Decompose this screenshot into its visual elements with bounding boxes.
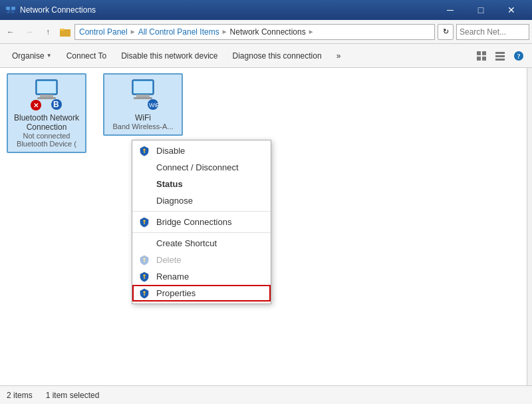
ctx-separator-2 [132, 232, 271, 233]
ctx-diagnose[interactable]: Diagnose [132, 192, 271, 209]
bluetooth-network-name: Bluetooth Network Connection [12, 113, 81, 132]
breadcrumb: Control Panel ► All Control Panel Items … [74, 24, 435, 40]
shield-icon-disable [138, 144, 151, 158]
toolbar-right: ? [473, 48, 527, 64]
svg-text:WiFi: WiFi [149, 102, 159, 108]
svg-rect-22 [40, 95, 53, 97]
ctx-rename-label: Rename [156, 272, 189, 282]
svg-rect-6 [9, 11, 12, 11]
breadcrumb-network-connections: Network Connections [230, 27, 306, 37]
shield-icon-bridge [138, 216, 151, 229]
ctx-status[interactable]: Status [132, 176, 271, 192]
wifi-network-name: WiFi [135, 113, 151, 122]
ctx-shortcut-label: Create Shortcut [156, 238, 217, 248]
svg-rect-2 [8, 10, 9, 12]
ctx-status-label: Status [156, 179, 183, 189]
ctx-disable-label: Disable [156, 146, 185, 156]
shield-icon-delete [138, 254, 151, 267]
scrollbar[interactable] [527, 68, 532, 385]
organise-button[interactable]: Organise ▼ [5, 47, 59, 65]
title-bar-icon [5, 5, 16, 15]
ctx-bridge-label: Bridge Connections [156, 217, 231, 227]
svg-rect-3 [13, 10, 14, 12]
bluetooth-icon-container: B ✕ [31, 79, 63, 110]
back-button[interactable]: ← [3, 24, 19, 40]
search-input[interactable] [460, 27, 532, 37]
bluetooth-status: Not connected [23, 132, 70, 140]
more-button[interactable]: » [330, 47, 348, 65]
wifi-icon-container: WiFi [127, 79, 159, 110]
ctx-properties[interactable]: Properties [132, 285, 271, 302]
diagnose-button[interactable]: Diagnose this connection [226, 47, 329, 65]
view-toggle-button[interactable] [492, 48, 508, 64]
ctx-diagnose-label: Diagnose [156, 196, 193, 206]
connect-to-button[interactable]: Connect To [60, 47, 114, 65]
svg-rect-4 [7, 12, 10, 13]
disable-device-button[interactable]: Disable this network device [114, 47, 224, 65]
breadcrumb-control-panel[interactable]: Control Panel [79, 27, 128, 37]
svg-text:B: B [53, 100, 59, 109]
status-bar: 2 items 1 item selected [0, 385, 532, 404]
ctx-delete: Delete [132, 252, 271, 268]
svg-rect-1 [11, 7, 15, 10]
svg-rect-16 [495, 55, 505, 57]
ctx-properties-label: Properties [156, 288, 196, 298]
shield-icon-properties [138, 287, 151, 300]
ctx-delete-label: Delete [156, 255, 182, 265]
wifi-network-item[interactable]: WiFi WiFi Band Wireless-A... [103, 73, 183, 136]
content-area: B ✕ Bluetooth Network Connection Not con… [0, 68, 532, 385]
svg-rect-14 [482, 57, 486, 61]
svg-rect-12 [482, 51, 486, 55]
svg-rect-17 [495, 59, 505, 61]
up-button[interactable]: ↑ [40, 24, 56, 40]
view-options-button[interactable] [473, 48, 489, 64]
error-badge: ✕ [31, 100, 41, 110]
ctx-rename[interactable]: Rename [132, 268, 271, 285]
ctx-disable[interactable]: Disable [132, 142, 271, 159]
search-box [456, 24, 529, 40]
svg-rect-13 [477, 57, 481, 61]
svg-rect-28 [136, 95, 150, 97]
ctx-connect-disconnect[interactable]: Connect / Disconnect [132, 159, 271, 176]
bluetooth-network-item[interactable]: B ✕ Bluetooth Network Connection Not con… [7, 73, 86, 153]
ctx-create-shortcut[interactable]: Create Shortcut [132, 235, 271, 252]
svg-text:?: ? [517, 53, 521, 60]
maximize-button[interactable]: □ [466, 0, 496, 20]
shield-icon-rename [138, 270, 151, 284]
svg-rect-0 [6, 7, 10, 10]
ctx-bridge-connections[interactable]: Bridge Connections [132, 214, 271, 230]
refresh-button[interactable]: ↻ [438, 24, 454, 40]
address-bar: ← → ↑ Control Panel ► All Control Panel … [0, 20, 532, 44]
svg-rect-5 [11, 12, 15, 13]
status-items-count: 2 items [7, 391, 33, 400]
minimize-button[interactable]: ─ [435, 0, 466, 20]
title-bar-title: Network Connections [20, 5, 96, 15]
context-menu: Disable Connect / Disconnect Status Diag… [132, 140, 271, 304]
title-bar: Network Connections ─ □ ✕ [0, 0, 532, 20]
bluetooth-device: Bluetooth Device ( [17, 140, 76, 148]
ctx-connect-label: Connect / Disconnect [156, 162, 239, 172]
svg-rect-8 [60, 29, 65, 31]
bluetooth-overlay-icon: B [51, 99, 63, 110]
folder-icon [60, 27, 70, 37]
forward-button[interactable]: → [21, 24, 37, 40]
toolbar: Organise ▼ Connect To Disable this netwo… [0, 44, 532, 68]
status-selected: 1 item selected [46, 391, 100, 400]
close-button[interactable]: ✕ [496, 0, 527, 20]
svg-rect-15 [495, 52, 505, 54]
help-button[interactable]: ? [511, 48, 527, 64]
organise-chevron: ▼ [47, 53, 52, 59]
svg-rect-27 [134, 81, 152, 93]
svg-rect-21 [37, 81, 56, 93]
ctx-separator-1 [132, 211, 271, 212]
svg-rect-11 [477, 51, 481, 55]
wifi-status: Band Wireless-A... [112, 122, 173, 130]
wifi-overlay-icon: WiFi [147, 99, 159, 110]
breadcrumb-all-items[interactable]: All Control Panel Items [138, 27, 219, 37]
title-bar-controls: ─ □ ✕ [435, 0, 527, 20]
